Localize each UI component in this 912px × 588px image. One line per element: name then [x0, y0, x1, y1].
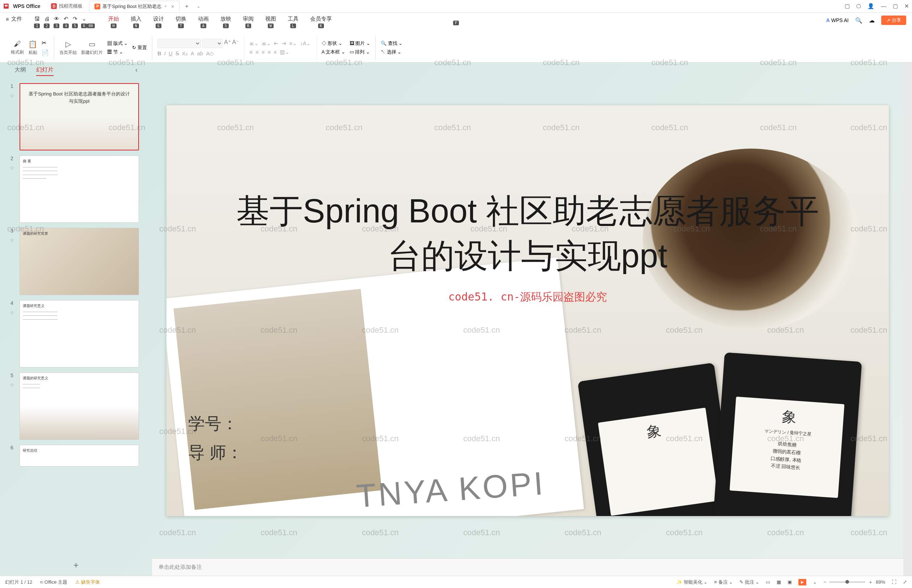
collapse-icon[interactable]: ‹: [135, 66, 138, 76]
pin-icon[interactable]: ⚬: [164, 3, 168, 9]
fit-icon[interactable]: ⛶: [892, 579, 896, 585]
star-icon[interactable]: ☆: [10, 382, 15, 388]
text-direction-icon[interactable]: ↕A⌄: [300, 40, 311, 47]
share-button[interactable]: ↗ 分享: [881, 16, 906, 25]
slides-tab[interactable]: 幻灯片: [36, 66, 53, 76]
decrease-font-icon[interactable]: A⁻: [232, 39, 239, 48]
italic-icon[interactable]: I: [164, 50, 166, 57]
indent-left-icon[interactable]: ⇤: [274, 40, 279, 47]
app-grid-icon[interactable]: ▢: [845, 3, 850, 10]
file-menu[interactable]: ≡ 文件 F: [6, 16, 22, 23]
justify-icon[interactable]: ≡: [268, 49, 271, 55]
new-slide-button[interactable]: ▭新建幻灯片: [81, 40, 103, 56]
missing-font-warning[interactable]: ⚠ 缺失字体: [75, 579, 100, 585]
star-icon[interactable]: ☆: [10, 165, 15, 171]
highlight-icon[interactable]: ab: [197, 50, 203, 57]
zoom-out-icon[interactable]: −: [823, 579, 826, 585]
notes-toggle[interactable]: ≡ 备注 ⌄: [714, 579, 733, 585]
maximize-icon[interactable]: ▢: [893, 3, 898, 10]
star-icon[interactable]: ☆: [10, 237, 15, 243]
slideshow-menu[interactable]: ⌄: [813, 579, 817, 585]
qat-6[interactable]: ⌄6: [82, 16, 86, 22]
wps-ai-button[interactable]: A WPS AI: [826, 17, 849, 23]
add-slide-button[interactable]: ＋: [0, 554, 152, 576]
tab-view[interactable]: 视图W: [265, 16, 276, 23]
qat-save[interactable]: 🖫1: [34, 16, 40, 22]
font-color-icon[interactable]: A: [191, 50, 194, 57]
slide-viewport[interactable]: TNYA KOPI 象 象マンデリン / 曼特宁之星烘焙焦糖 微弱的蒿石榴 口感…: [152, 63, 903, 558]
reset-button[interactable]: ↻ 重置: [132, 44, 147, 51]
bold-icon[interactable]: B: [157, 50, 161, 57]
align-right-icon[interactable]: ≡: [262, 49, 265, 55]
numbering-icon[interactable]: ≣⌄: [262, 40, 271, 47]
thumbnail-5[interactable]: 课题的研究意义————————————: [19, 373, 139, 440]
thumbnail-3[interactable]: 课题的研究背景: [19, 228, 139, 295]
star-icon[interactable]: ☆: [10, 310, 15, 315]
align-center-icon[interactable]: ≡: [256, 49, 259, 55]
format-painter-button[interactable]: 🖌格式刷: [11, 40, 24, 55]
reading-view-icon[interactable]: ▣: [787, 579, 792, 585]
qat-preview[interactable]: 👁3: [54, 16, 59, 22]
font-size-select[interactable]: [202, 39, 223, 48]
tab-insert[interactable]: 插入N: [131, 16, 141, 23]
tab-design[interactable]: 设计G: [153, 16, 164, 23]
thumbnail-6[interactable]: 研究总结: [19, 445, 139, 467]
tab-review[interactable]: 审阅R: [243, 16, 254, 23]
minimize-icon[interactable]: —: [881, 3, 886, 10]
image-button[interactable]: 🖼 图片 ⌄: [350, 40, 370, 47]
line-spacing-icon[interactable]: ≡⌄: [289, 40, 297, 47]
outline-tab[interactable]: 大纲: [15, 66, 26, 76]
avatar-icon[interactable]: 👤: [867, 3, 874, 10]
select-button[interactable]: ↖ 选择 ⌄: [381, 49, 402, 55]
sub-icon[interactable]: X₂: [182, 50, 188, 57]
qat-print[interactable]: 🖨2: [44, 16, 50, 22]
underline-icon[interactable]: U: [168, 50, 173, 57]
slide-counter[interactable]: 幻灯片 1 / 12: [5, 579, 32, 585]
arrange-button[interactable]: ▭ 排列 ⌄: [350, 49, 370, 55]
tab-presentation[interactable]: P 基于Spring Boot 社区助老志 ⚬ ×: [89, 1, 180, 12]
expand-icon[interactable]: ⤢: [903, 579, 907, 585]
tab-animation[interactable]: 动画A: [198, 16, 209, 23]
cut-icon[interactable]: ✂: [42, 39, 49, 46]
close-window-icon[interactable]: ✕: [904, 3, 909, 10]
sorter-view-icon[interactable]: ▦: [777, 579, 781, 585]
cloud-icon[interactable]: ☁: [869, 17, 875, 24]
zoom-in-icon[interactable]: ＋: [868, 579, 873, 585]
student-id-field[interactable]: 学号：: [188, 413, 238, 435]
slide-canvas[interactable]: TNYA KOPI 象 象マンデリン / 曼特宁之星烘焙焦糖 微弱的蒿石榴 口感…: [167, 105, 889, 516]
tab-member[interactable]: 会员专享K: [310, 16, 332, 23]
thumbnail-1[interactable]: 基于Spring Boot 社区助老志愿者服务平台的设计与实现ppt: [19, 83, 139, 150]
shape-button[interactable]: ◇ 形状 ⌄: [322, 40, 345, 47]
distribute-icon[interactable]: ≡: [274, 49, 277, 55]
theme-indicator[interactable]: ⎋ Office 主题: [40, 579, 67, 585]
strike-icon[interactable]: S̶: [175, 50, 179, 57]
comments-toggle[interactable]: ✎ 批注 ⌄: [739, 579, 759, 585]
star-icon[interactable]: ☆: [10, 92, 15, 99]
textbox-button[interactable]: A 文本框 ⌄: [322, 49, 345, 55]
columns-icon[interactable]: ▥⌄: [280, 49, 290, 55]
search-icon[interactable]: 🔍: [855, 17, 862, 24]
font-family-select[interactable]: [157, 39, 201, 48]
tab-show[interactable]: 放映S: [220, 16, 231, 23]
slideshow-button[interactable]: ▶: [799, 579, 806, 585]
tab-start[interactable]: 开始H: [108, 16, 119, 23]
align-left-icon[interactable]: ≡: [249, 49, 253, 55]
thumbnail-4[interactable]: 课题研究意义——————————————————————————————————…: [19, 300, 139, 367]
cube-icon[interactable]: ⬡: [856, 3, 861, 10]
indent-right-icon[interactable]: ⇥: [282, 40, 286, 47]
qat-undo[interactable]: ↶4: [64, 16, 68, 22]
side-toolbar[interactable]: [903, 63, 912, 576]
tab-transition[interactable]: 切换T: [175, 16, 186, 23]
add-tab-button[interactable]: ＋: [181, 1, 193, 11]
qat-redo[interactable]: ↷5: [73, 16, 78, 22]
notes-bar[interactable]: 单击此处添加备注: [152, 558, 903, 576]
increase-font-icon[interactable]: A⁺: [224, 39, 231, 48]
beautify-button[interactable]: ✨ 智能美化 ⌄: [676, 579, 708, 585]
advisor-field[interactable]: 导 师：: [188, 441, 243, 464]
zoom-slider[interactable]: [829, 582, 865, 583]
tab-menu-button[interactable]: ⌄: [194, 3, 203, 10]
paste-button[interactable]: 📋粘贴: [28, 40, 37, 56]
thumbnails-list[interactable]: 1☆ 基于Spring Boot 社区助老志愿者服务平台的设计与实现ppt 2☆…: [0, 79, 152, 554]
zoom-level[interactable]: 89%: [876, 579, 885, 585]
find-button[interactable]: 🔍 查找 ⌄: [381, 40, 402, 47]
